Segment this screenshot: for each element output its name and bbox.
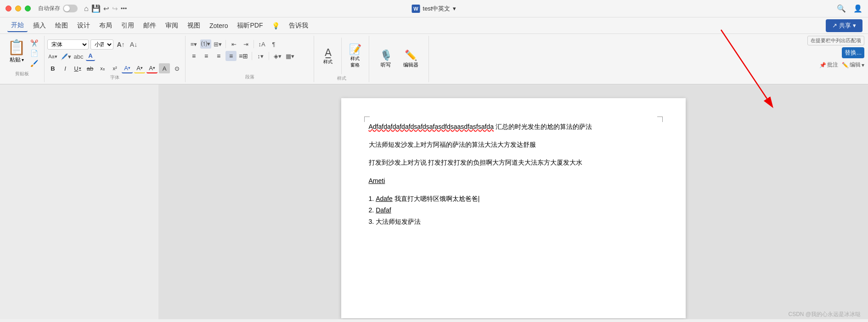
number-list-btn[interactable]: ⑴▾ bbox=[200, 39, 211, 49]
clear-format-btn[interactable]: abc bbox=[73, 52, 84, 61]
list-text-1b: 我直打大嗯特区饿啊太尬爸爸| bbox=[395, 193, 480, 205]
increase-indent-btn[interactable]: ⇥ bbox=[240, 39, 251, 49]
styles-pane-button[interactable]: 📝 样式窗格 bbox=[345, 42, 365, 70]
special-format-btn[interactable]: ⊙ bbox=[171, 63, 182, 73]
superscript-button[interactable]: x² bbox=[109, 63, 120, 73]
align-center-btn[interactable]: ≡ bbox=[201, 51, 212, 61]
maximize-button[interactable] bbox=[25, 6, 31, 11]
share-dropdown-icon: ▾ bbox=[853, 22, 856, 29]
menu-item-mail[interactable]: 邮件 bbox=[140, 20, 160, 32]
corner-mark-tl bbox=[364, 117, 370, 122]
wavy-text-1: Adfafdafdafdafdsafdsafasdfdsaasdfasfsafd… bbox=[369, 123, 494, 130]
list-text-1: Adafe bbox=[376, 193, 393, 205]
find-replace-tooltip-title: 在提要栏中列出匹配项 bbox=[807, 36, 864, 45]
home-icon[interactable]: ⌂ bbox=[84, 5, 89, 13]
menu-item-view[interactable]: 视图 bbox=[184, 20, 204, 32]
copy-button[interactable]: 📄 bbox=[28, 49, 39, 58]
styles-button[interactable]: A̲ 样式 bbox=[318, 45, 338, 67]
styles-label: 样式 bbox=[323, 59, 333, 65]
bold-button[interactable]: B bbox=[47, 63, 58, 73]
font-family-select[interactable]: 宋体 bbox=[47, 39, 89, 50]
shading-btn[interactable]: ◈▾ bbox=[272, 51, 283, 61]
share-icon: ↗ bbox=[832, 22, 837, 29]
strikethrough-button[interactable]: ab bbox=[85, 63, 96, 73]
subscript-button[interactable]: x₂ bbox=[97, 63, 108, 73]
case-btn[interactable]: Aa▾ bbox=[47, 52, 58, 61]
paste-icon: 📋 bbox=[7, 39, 26, 56]
underline-button[interactable]: U▾ bbox=[72, 63, 83, 73]
border-btn[interactable]: ▦▾ bbox=[284, 51, 295, 61]
align-right-btn[interactable]: ≡ bbox=[213, 51, 224, 61]
document-page: Adfafdafdafdafdsafdsafasdfdsaasdfasfsafd… bbox=[341, 98, 686, 318]
paste-button[interactable]: 📋 粘贴 ▾ bbox=[5, 37, 28, 66]
title-dropdown-icon[interactable]: ▾ bbox=[453, 5, 456, 12]
title-bar: 自动保存 ⌂ 💾 ↩ ↪ ••• W test中英文 ▾ 🔍 👤 bbox=[0, 0, 868, 17]
distributed-btn[interactable]: ≡⊞ bbox=[238, 51, 249, 61]
share-button[interactable]: ↗ 共享 ▾ bbox=[826, 19, 862, 32]
align-left-btn[interactable]: ≡ bbox=[188, 51, 199, 61]
minimize-button[interactable] bbox=[15, 6, 21, 11]
font-color-btn[interactable]: A bbox=[86, 52, 95, 61]
close-button[interactable] bbox=[6, 6, 11, 11]
paste-label: 粘贴 bbox=[10, 56, 21, 64]
find-replace-button[interactable]: 替换... bbox=[842, 47, 864, 58]
cut-button[interactable]: ✂️ bbox=[28, 39, 39, 48]
menu-item-layout[interactable]: 布局 bbox=[96, 20, 116, 32]
share-label: 共享 bbox=[839, 22, 851, 30]
highlight-a-button[interactable]: A▾ bbox=[134, 63, 145, 73]
menu-item-insert[interactable]: 插入 bbox=[29, 20, 50, 32]
paste-dropdown-icon[interactable]: ▾ bbox=[22, 57, 24, 62]
menu-item-references[interactable]: 引用 bbox=[118, 20, 138, 32]
decrease-font-btn[interactable]: A↓ bbox=[128, 40, 139, 49]
editor-label: 编辑器 bbox=[403, 61, 418, 68]
font-color-a-button[interactable]: A▾ bbox=[122, 63, 133, 73]
menu-item-draw[interactable]: 绘图 bbox=[51, 20, 72, 32]
track-changes-btn[interactable]: 📌 批注 bbox=[819, 61, 838, 69]
dictate-section: 🎙️ 听写 ✏️ 编辑器 bbox=[369, 36, 429, 82]
styles-pane-icon: 📝 bbox=[349, 44, 361, 56]
menu-item-tell-me[interactable]: 告诉我 bbox=[285, 20, 312, 32]
show-marks-btn[interactable]: ¶ bbox=[268, 39, 279, 49]
search-icon[interactable]: 🔍 bbox=[837, 4, 846, 13]
decrease-indent-btn[interactable]: ⇤ bbox=[228, 39, 239, 49]
list-num-2: 2. bbox=[369, 205, 374, 216]
dictate-label: 听写 bbox=[381, 61, 391, 68]
ameti-heading: Ameti bbox=[369, 177, 385, 184]
bullet-list-btn[interactable]: ≡▾ bbox=[188, 39, 199, 49]
font-size-select[interactable]: 小四 bbox=[90, 39, 113, 50]
menu-item-design[interactable]: 设计 bbox=[73, 20, 94, 32]
paragraph-section: ≡▾ ⑴▾ ⊞▾ ⇤ ⇥ ↕A ¶ ≡ ≡ ≡ ≡ ≡⊞ ↕▾ ◈▾ ▦▾ bbox=[186, 36, 314, 82]
menu-item-foxit[interactable]: 福昕PDF bbox=[233, 20, 266, 32]
find-replace-area: 在提要栏中列出匹配项 替换... 📌 批注 ✏️ 编辑 ▾ bbox=[804, 34, 868, 71]
highlight-btn[interactable]: 🖊️▾ bbox=[60, 52, 71, 61]
format-a-button[interactable]: A bbox=[159, 63, 170, 73]
menu-item-zotero[interactable]: Zotero bbox=[206, 20, 231, 31]
clipboard-group: 📋 粘贴 ▾ ✂️ 📄 🖌️ 剪贴板 bbox=[0, 36, 45, 82]
menu-item-review[interactable]: 审阅 bbox=[162, 20, 182, 32]
editor-button[interactable]: ✏️ 编辑器 bbox=[400, 48, 422, 70]
menu-bar-right: ↗ 共享 ▾ bbox=[826, 19, 862, 32]
auto-save-area: 自动保存 ⌂ 💾 ↩ ↪ ••• bbox=[38, 4, 127, 13]
watermark: CSDN @我的心永远是冰冰哒 bbox=[788, 311, 861, 318]
increase-font-btn[interactable]: A↑ bbox=[115, 40, 126, 49]
redo-icon[interactable]: ↪ bbox=[112, 5, 118, 13]
save-icon[interactable]: 💾 bbox=[91, 4, 101, 13]
font-section: 宋体 小四 A↑ A↓ Aa▾ 🖊️▾ abc A B I U▾ ab x₂ bbox=[45, 36, 186, 82]
menu-item-start[interactable]: 开始 bbox=[7, 19, 28, 32]
dictate-button[interactable]: 🎙️ 听写 bbox=[376, 48, 396, 70]
sort-btn[interactable]: ↕A bbox=[256, 39, 267, 49]
italic-button[interactable]: I bbox=[60, 63, 71, 73]
profile-icon[interactable]: 👤 bbox=[853, 4, 862, 13]
auto-save-toggle[interactable] bbox=[63, 5, 78, 12]
more-icon[interactable]: ••• bbox=[121, 5, 127, 12]
list-num-3: 3. bbox=[369, 216, 374, 228]
underline-a-button[interactable]: A▾ bbox=[147, 63, 158, 73]
menu-item-tell-me-icon[interactable]: 💡 bbox=[268, 20, 283, 31]
multilevel-list-btn[interactable]: ⊞▾ bbox=[212, 39, 223, 49]
undo-icon[interactable]: ↩ bbox=[103, 5, 109, 13]
edit-btn[interactable]: ✏️ 编辑 ▾ bbox=[842, 61, 864, 69]
align-justify-btn[interactable]: ≡ bbox=[225, 51, 237, 61]
line-spacing-btn[interactable]: ↕▾ bbox=[255, 51, 266, 61]
format-painter-button[interactable]: 🖌️ bbox=[28, 59, 39, 68]
document-sidebar bbox=[0, 84, 158, 319]
